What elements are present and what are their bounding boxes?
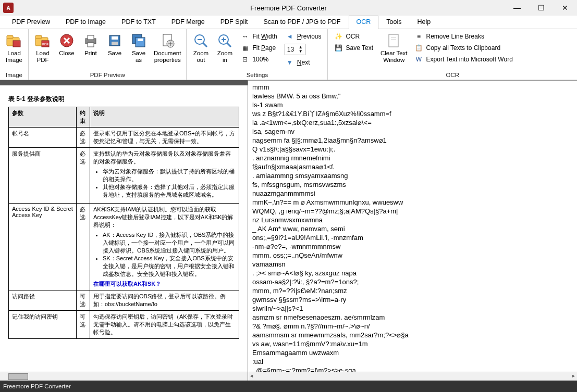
tab-tools[interactable]: Tools: [378, 16, 409, 29]
fit-page-button[interactable]: ▦Fit Page: [238, 43, 280, 53]
pdf-horizontal-scrollbar[interactable]: [0, 372, 248, 381]
ribbon-group-ocr: ✨OCR 💾Save Text Clear Text Window ≡Remov…: [328, 29, 577, 80]
header-constraint: 约 束: [77, 107, 90, 128]
ak-sk-link[interactable]: 在哪里可以获取AK和SK？: [93, 280, 236, 288]
titlebar: A Freemore PDF Converter — ☐ ✕: [0, 0, 577, 16]
folder-image-icon: [6, 32, 22, 49]
page-number-value: 13: [287, 46, 294, 53]
folder-pdf-icon: PDF: [34, 32, 51, 49]
document-properties-icon: [159, 32, 176, 49]
svg-rect-2: [13, 41, 20, 47]
ocr-pane: mmm lawless BMW. 5 ai oss Bmw," ls-1 swa…: [248, 80, 577, 381]
tab-help[interactable]: Help: [409, 16, 438, 29]
svg-rect-26: [389, 34, 398, 47]
save-button[interactable]: Save: [104, 31, 126, 58]
export-word-button[interactable]: WExport Text into Microsoft Word: [412, 54, 516, 65]
window-title: Freemore PDF Converter: [250, 4, 327, 12]
tab-pdf-to-txt[interactable]: PDF to TXT: [114, 16, 164, 29]
tab-pdf-split[interactable]: PDF Split: [213, 16, 256, 29]
ribbon-group-pdf-preview: PDF Load PDF Close Print Save Save as: [29, 29, 187, 80]
main-split: 表 5-1 登录参数说明 参数 约 束 说明 帐号名 必 选 登录帐号仅用于区分…: [0, 80, 577, 381]
previous-icon: ◄: [286, 32, 294, 41]
zoom-100-button[interactable]: ⊡100%: [238, 54, 280, 65]
fit-page-label: Fit Page: [252, 44, 276, 52]
zoom-out-button[interactable]: Zoom out: [190, 31, 212, 65]
printer-icon: [82, 32, 99, 49]
previous-button[interactable]: ◄Previous: [283, 31, 325, 42]
remove-breaks-icon: ≡: [415, 32, 423, 41]
svg-rect-13: [112, 42, 118, 45]
tab-pdf-to-image[interactable]: PDF to Image: [58, 16, 114, 29]
svg-rect-1: [7, 35, 13, 39]
tab-pdf-merge[interactable]: PDF Merge: [164, 16, 213, 29]
pdf-params-table: 参数 约 束 说明 帐号名 必 选 登录帐号仅用于区分您在本地登录OBS+的不同…: [8, 107, 239, 339]
ocr-output-textarea[interactable]: mmm lawless BMW. 5 ai oss Bmw," ls-1 swa…: [248, 80, 577, 372]
zoom-100-label: 100%: [252, 56, 268, 63]
group-label-ocr: OCR: [331, 71, 574, 80]
minimize-button[interactable]: —: [505, 0, 529, 16]
ribbon: Load Image Image PDF Load PDF Close Prin…: [0, 29, 577, 80]
tab-scan-to-pdf[interactable]: Scan to PDF / JPG to PDF: [256, 16, 349, 29]
fit-width-label: Fit Width: [252, 33, 277, 40]
load-image-button[interactable]: Load Image: [3, 31, 25, 65]
save-text-button[interactable]: 💾Save Text: [331, 43, 376, 53]
ribbon-group-settings: Zoom out Zoom in ↔Fit Width ▦Fit Page ⊡1…: [187, 29, 328, 80]
load-pdf-button[interactable]: PDF Load PDF: [32, 31, 54, 65]
maximize-button[interactable]: ☐: [529, 0, 553, 16]
clipboard-icon: 📋: [415, 44, 423, 52]
tab-pdf-preview[interactable]: PDF Preview: [4, 16, 58, 29]
group-label-image: Image: [3, 71, 25, 80]
ribbon-tabs: PDF Preview PDF to Image PDF to TXT PDF …: [0, 16, 577, 29]
zoom-in-label: Zoom in: [217, 50, 232, 64]
next-label: Next: [297, 59, 310, 66]
fit-width-button[interactable]: ↔Fit Width: [238, 31, 280, 42]
print-label: Print: [84, 50, 97, 57]
save-icon: [106, 32, 123, 49]
svg-rect-16: [138, 39, 143, 41]
app-icon: A: [3, 3, 14, 13]
table-row: 帐号名 必 选 登录帐号仅用于区分您在本地登录OBS+的不同帐号，方便您记忆和管…: [9, 128, 239, 148]
word-icon: W: [415, 55, 423, 64]
ribbon-group-image: Load Image Image: [0, 29, 29, 80]
ocr-button[interactable]: ✨OCR: [331, 31, 376, 42]
svg-rect-10: [88, 43, 94, 47]
group-label-settings: Settings: [190, 71, 324, 80]
document-properties-button[interactable]: Document properties: [152, 31, 183, 65]
zoom-out-label: Zoom out: [193, 50, 208, 64]
load-image-label: Load Image: [6, 50, 22, 64]
zoom-in-icon: [216, 32, 233, 49]
svg-rect-9: [88, 35, 94, 40]
load-pdf-label: Load PDF: [36, 50, 50, 64]
clear-text-window-button[interactable]: Clear Text Window: [378, 31, 410, 65]
save-as-button[interactable]: Save as: [128, 31, 150, 65]
ocr-horizontal-scrollbar[interactable]: [248, 372, 577, 381]
statusbar: Freemore PDF Converter: [0, 381, 577, 392]
pdf-header-band: [0, 80, 248, 85]
print-button[interactable]: Print: [80, 31, 102, 58]
close-window-button[interactable]: ✕: [553, 0, 577, 16]
table-header-row: 参数 约 束 说明: [9, 107, 239, 128]
table-row: 服务提供商 必 选 支持默认的华为云对象存储服务以及对象存储服务兼容的对象存储服…: [9, 148, 239, 204]
close-button[interactable]: Close: [56, 31, 78, 58]
export-word-label: Export Text into Microsoft Word: [426, 56, 513, 63]
close-label: Close: [59, 50, 74, 57]
remove-line-breaks-button[interactable]: ≡Remove Line Breaks: [412, 31, 516, 42]
save-as-label: Save as: [132, 50, 145, 64]
svg-text:PDF: PDF: [42, 43, 48, 46]
page-number-input[interactable]: 13▲▼: [285, 44, 305, 55]
magic-wand-icon: ✨: [334, 32, 342, 41]
next-button[interactable]: ▼Next: [283, 57, 325, 68]
statusbar-text: Freemore PDF Converter: [3, 383, 71, 389]
copy-all-texts-button[interactable]: 📋Copy all Texts to Clipboard: [412, 43, 516, 53]
zoom-in-button[interactable]: Zoom in: [214, 31, 236, 65]
save-text-label: Save Text: [346, 44, 373, 52]
previous-label: Previous: [297, 33, 322, 40]
tab-ocr[interactable]: OCR: [349, 16, 379, 29]
pdf-preview-viewport[interactable]: 表 5-1 登录参数说明 参数 约 束 说明 帐号名 必 选 登录帐号仅用于区分…: [0, 85, 248, 372]
remove-breaks-label: Remove Line Breaks: [426, 33, 484, 40]
pdf-table-caption: 表 5-1 登录参数说明: [8, 95, 239, 104]
svg-line-21: [203, 43, 207, 47]
document-properties-label: Document properties: [154, 50, 181, 64]
fit-page-icon: ▦: [241, 44, 249, 52]
save-label: Save: [108, 50, 121, 57]
